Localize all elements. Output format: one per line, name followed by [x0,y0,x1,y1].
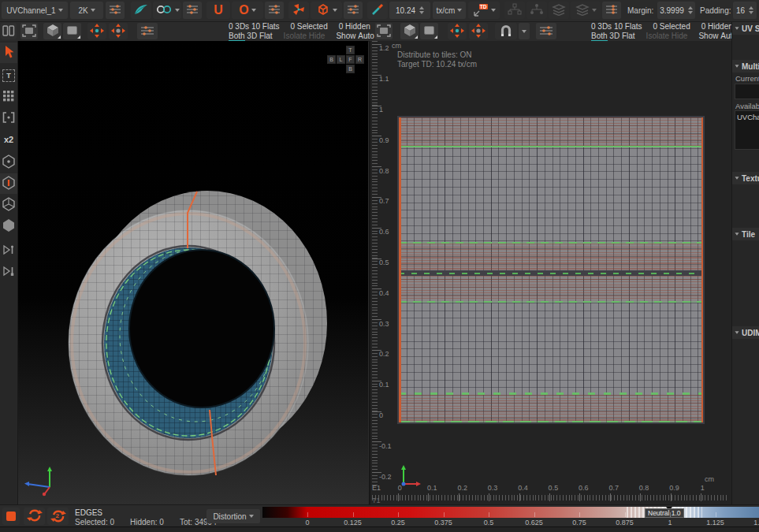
focus-selection-uv-button[interactable] [448,23,467,39]
sidebar-section-texture[interactable]: Textu [732,172,759,184]
magnet-snap-button[interactable] [495,23,517,39]
brush-tool-button[interactable] [0,87,17,107]
transform-tool-button[interactable]: T [0,65,17,86]
metric-dropdown[interactable]: Distortion [206,509,260,523]
map-size-dropdown[interactable]: 2K [70,2,103,19]
unfold-options-button[interactable] [265,2,284,19]
filter-3d-uv[interactable]: 3D [609,32,619,40]
chevron-down-icon [249,515,254,518]
optimize-button[interactable]: O [232,2,263,19]
island-mode-button[interactable] [0,216,17,236]
sliders-icon [605,4,618,17]
double-resolution-button[interactable]: x2 [0,129,17,150]
texel-density-pick-button[interactable] [367,2,388,19]
uv-editor[interactable]: Distribute to tiles: ON Target TD: 10.24… [369,41,733,504]
show-uv[interactable]: Show [698,32,718,40]
cursor-arrow-icon [2,45,15,61]
sidebar-current-field[interactable] [735,84,759,99]
infinity-icon [155,5,173,16]
focus-all-uv-button[interactable] [469,23,488,39]
padding-field[interactable]: 16 [733,2,757,19]
group-hierarchy-button[interactable] [504,2,525,19]
frame-uv-button[interactable] [375,23,393,39]
chevron-down-icon [251,9,256,12]
sidebar-section-udim[interactable]: UDIM [732,326,759,339]
grid-brush-icon [3,91,14,103]
topology-button[interactable] [153,2,181,19]
viewcube-front[interactable]: F [346,55,355,64]
edge-mode-button[interactable] [0,173,17,194]
topology-options-button[interactable] [183,2,202,19]
hide-3d[interactable]: Hide [309,32,326,40]
sidebar-section-tile[interactable]: Tile [732,228,759,240]
filter-3d-3d[interactable]: 3D [247,32,257,40]
unfold-button[interactable]: U [206,2,230,19]
texel-density-apply-button[interactable]: TD [468,2,500,19]
pack-button[interactable] [311,2,342,19]
layout-button[interactable] [288,2,309,19]
sidebar-section-multitile[interactable]: Multi [732,60,759,73]
model-ring[interactable] [61,187,337,486]
margin-field[interactable]: 3.9999 [657,2,695,19]
magnet-dropdown[interactable] [519,23,530,39]
viewcube-bottom[interactable]: B [346,65,355,73]
filter-flat-3d[interactable]: Flat [259,32,273,40]
display-options-uv-button[interactable] [536,23,556,39]
show-3d[interactable]: Show [336,32,355,40]
focus-all-3d-button[interactable] [109,23,128,39]
spinner-arrows-icon[interactable] [749,6,753,14]
align-play-square-icon [2,266,15,278]
scale-tick-label: 1.25 [753,519,759,526]
uv-fine-band [399,276,703,301]
spinner-arrows-icon[interactable] [419,6,424,14]
polygon-mode-button[interactable] [0,195,17,215]
uv-island-block[interactable] [397,116,705,424]
layout-split-button[interactable] [1,23,17,39]
sidebar-section-uv-sets[interactable]: UV Se [732,22,759,35]
snap-island-grid-button[interactable] [0,262,17,282]
isolate-uv[interactable]: Isolate [646,32,669,40]
texel-density-field[interactable]: 10.24 [389,2,430,19]
weld-brackets-icon [2,112,15,125]
uv-channel-dropdown[interactable]: UVChannel_1 [2,2,68,19]
viewcube-top[interactable]: T [346,46,355,54]
sidebar-uvchannel-list[interactable]: UVChan [735,110,759,150]
ungroup-hierarchy-button[interactable] [526,2,547,19]
viewcube-left[interactable]: L [337,55,345,64]
symmetry-button[interactable] [131,2,151,19]
h-ruler-tile-label: T1 [372,497,381,504]
stack-options-button[interactable] [602,2,621,19]
select-tool-button[interactable] [0,43,17,63]
map-options-button[interactable] [106,2,125,19]
viewcube-back[interactable]: B [327,55,336,64]
isolate-3d[interactable]: Isolate [284,32,307,40]
view-flat-button[interactable] [63,23,81,39]
pack-options-button[interactable] [344,2,363,19]
auto-3d[interactable]: Auto [358,32,374,40]
sidebar-uvchannel-item[interactable]: UVChan [737,113,759,121]
sliders-icon [186,4,199,17]
weld-tool-button[interactable] [0,108,17,128]
loop-x2-button[interactable]: 2 [47,508,69,525]
snap-island-button[interactable] [0,240,17,261]
display-options-3d-button[interactable] [137,23,158,39]
filter-flat-uv[interactable]: Flat [622,32,635,40]
viewport-3d[interactable]: T B L F R B [18,41,368,504]
vertex-mode-button[interactable] [0,152,17,173]
viewcube-right[interactable]: R [355,55,364,64]
stop-button[interactable] [2,508,20,525]
texel-density-unit-dropdown[interactable]: tx/cm [433,2,466,19]
crosshair-teal-icon [89,24,105,39]
metric-value: Distortion [213,512,246,521]
hexagon-face-icon [2,196,16,214]
hide-uv[interactable]: Hide [672,32,688,40]
focus-selection-3d-button[interactable] [87,23,106,39]
stack-button[interactable] [549,2,569,19]
spinner-arrows-icon[interactable] [688,6,693,14]
view-3d-uv-button[interactable] [400,23,419,39]
view-3d-button[interactable] [43,23,61,39]
frame-3d-button[interactable] [20,23,38,39]
loop-button[interactable] [24,508,45,525]
view-flat-uv-button[interactable] [420,23,438,39]
unstack-button[interactable] [571,2,601,19]
